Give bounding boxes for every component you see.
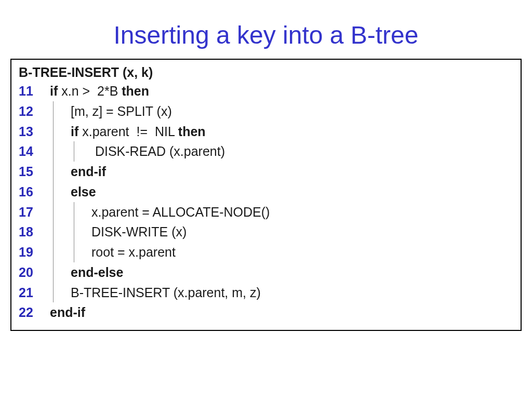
line-number: 13 <box>19 122 50 142</box>
indent-bar <box>50 283 71 303</box>
slide-title: Inserting a key into a B-tree <box>10 21 522 49</box>
code-line: 17 x.parent = ALLOCATE-NODE() <box>19 202 513 222</box>
code-text: x.parent = ALLOCATE-NODE() <box>91 202 270 222</box>
indent-bar <box>50 162 71 182</box>
code-line: 20 end-else <box>19 262 513 283</box>
line-number: 20 <box>19 262 50 283</box>
code-text: root = x.parent <box>91 242 176 262</box>
code-line: 13 if x.parent != NIL then <box>19 122 513 142</box>
code-line: 12 [m, z] = SPLIT (x) <box>19 101 513 122</box>
code-text: end-if <box>50 302 85 323</box>
code-text: end-if <box>71 162 106 182</box>
code-line: 14 DISK-READ (x.parent) <box>19 141 513 162</box>
line-number: 18 <box>19 222 50 242</box>
code-text: if x.n > 2*B then <box>50 81 149 101</box>
indent-bar <box>50 101 71 122</box>
line-number: 14 <box>19 141 50 162</box>
code-text: B-TREE-INSERT (x.parent, m, z) <box>71 283 261 303</box>
line-number: 21 <box>19 283 50 303</box>
indent-bar <box>50 202 71 222</box>
code-line: 11 if x.n > 2*B then <box>19 81 513 101</box>
function-header: B-TREE-INSERT (x, k) <box>19 65 513 80</box>
code-text: DISK-WRITE (x) <box>91 222 187 242</box>
indent-bar <box>71 242 91 262</box>
line-number: 22 <box>19 302 50 323</box>
line-number: 12 <box>19 101 50 122</box>
indent-bar <box>50 222 71 242</box>
indent-bar <box>71 222 91 242</box>
code-line: 19 root = x.parent <box>19 242 513 262</box>
pseudocode-box: B-TREE-INSERT (x, k) 11 if x.n > 2*B the… <box>10 59 522 331</box>
code-line: 15 end-if <box>19 162 513 182</box>
indent-bar <box>50 122 71 142</box>
code-line: 16 else <box>19 182 513 202</box>
code-text: if x.parent != NIL then <box>71 122 206 142</box>
line-number: 17 <box>19 202 50 222</box>
line-number: 11 <box>19 81 50 101</box>
indent-bar <box>71 202 91 222</box>
code-line: 22 end-if <box>19 302 513 323</box>
line-number: 15 <box>19 162 50 182</box>
code-text: [m, z] = SPLIT (x) <box>71 101 172 122</box>
line-number: 16 <box>19 182 50 202</box>
code-text: end-else <box>71 262 123 283</box>
indent-bar <box>50 262 71 283</box>
code-line: 21 B-TREE-INSERT (x.parent, m, z) <box>19 283 513 303</box>
indent-bar <box>71 141 91 162</box>
indent-bar <box>50 182 71 202</box>
code-text: else <box>71 182 96 202</box>
indent-bar <box>50 141 71 162</box>
indent-bar <box>50 242 71 262</box>
code-line: 18 DISK-WRITE (x) <box>19 222 513 242</box>
line-number: 19 <box>19 242 50 262</box>
code-text: DISK-READ (x.parent) <box>91 141 225 162</box>
